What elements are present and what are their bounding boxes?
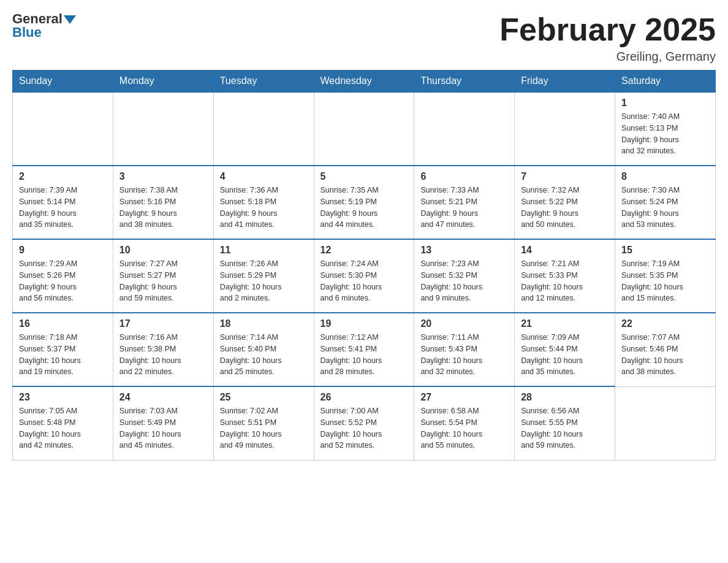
logo-triangle-icon: [64, 15, 76, 24]
header-sunday: Sunday: [13, 71, 113, 93]
day-number: 4: [220, 171, 308, 182]
day-info: Sunrise: 7:05 AM Sunset: 5:48 PM Dayligh…: [19, 405, 107, 451]
day-info: Sunrise: 6:56 AM Sunset: 5:55 PM Dayligh…: [521, 405, 609, 451]
header-tuesday: Tuesday: [213, 71, 314, 93]
day-info: Sunrise: 7:40 AM Sunset: 5:13 PM Dayligh…: [621, 111, 709, 157]
table-row: [414, 92, 515, 166]
table-row: [615, 386, 716, 460]
day-number: 28: [521, 392, 609, 403]
day-number: 25: [220, 392, 308, 403]
weekday-header-row: Sunday Monday Tuesday Wednesday Thursday…: [13, 71, 716, 93]
day-info: Sunrise: 7:14 AM Sunset: 5:40 PM Dayligh…: [220, 332, 308, 378]
day-info: Sunrise: 7:32 AM Sunset: 5:22 PM Dayligh…: [521, 185, 609, 231]
table-row: 6Sunrise: 7:33 AM Sunset: 5:21 PM Daylig…: [414, 166, 515, 239]
day-number: 1: [621, 98, 709, 109]
location: Greiling, Germany: [499, 50, 716, 64]
day-info: Sunrise: 7:16 AM Sunset: 5:38 PM Dayligh…: [119, 332, 207, 378]
table-row: [113, 92, 213, 166]
table-row: 14Sunrise: 7:21 AM Sunset: 5:33 PM Dayli…: [515, 239, 615, 313]
day-number: 18: [220, 318, 308, 329]
table-row: 26Sunrise: 7:00 AM Sunset: 5:52 PM Dayli…: [314, 386, 414, 460]
day-number: 6: [420, 171, 508, 182]
day-number: 2: [19, 171, 107, 182]
table-row: 7Sunrise: 7:32 AM Sunset: 5:22 PM Daylig…: [515, 166, 615, 239]
day-number: 22: [621, 318, 709, 329]
header-saturday: Saturday: [615, 71, 716, 93]
page-header: General Blue February 2025 Greiling, Ger…: [12, 12, 716, 64]
table-row: 15Sunrise: 7:19 AM Sunset: 5:35 PM Dayli…: [615, 239, 716, 313]
table-row: 8Sunrise: 7:30 AM Sunset: 5:24 PM Daylig…: [615, 166, 716, 239]
logo: General Blue: [12, 12, 76, 40]
logo-blue: Blue: [12, 25, 42, 40]
table-row: 24Sunrise: 7:03 AM Sunset: 5:49 PM Dayli…: [113, 386, 213, 460]
month-title: February 2025: [499, 12, 716, 47]
day-info: Sunrise: 7:18 AM Sunset: 5:37 PM Dayligh…: [19, 332, 107, 378]
day-number: 26: [320, 392, 408, 403]
table-row: 18Sunrise: 7:14 AM Sunset: 5:40 PM Dayli…: [213, 313, 314, 386]
day-number: 27: [420, 392, 508, 403]
day-info: Sunrise: 7:35 AM Sunset: 5:19 PM Dayligh…: [320, 185, 408, 231]
table-row: 3Sunrise: 7:38 AM Sunset: 5:16 PM Daylig…: [113, 166, 213, 239]
table-row: 23Sunrise: 7:05 AM Sunset: 5:48 PM Dayli…: [13, 386, 113, 460]
table-row: 11Sunrise: 7:26 AM Sunset: 5:29 PM Dayli…: [213, 239, 314, 313]
day-number: 8: [621, 171, 709, 182]
table-row: [314, 92, 414, 166]
day-number: 10: [119, 245, 207, 256]
table-row: 27Sunrise: 6:58 AM Sunset: 5:54 PM Dayli…: [414, 386, 515, 460]
table-row: 13Sunrise: 7:23 AM Sunset: 5:32 PM Dayli…: [414, 239, 515, 313]
day-info: Sunrise: 7:26 AM Sunset: 5:29 PM Dayligh…: [220, 258, 308, 304]
header-wednesday: Wednesday: [314, 71, 414, 93]
calendar-table: Sunday Monday Tuesday Wednesday Thursday…: [12, 70, 716, 461]
table-row: 21Sunrise: 7:09 AM Sunset: 5:44 PM Dayli…: [515, 313, 615, 386]
table-row: 5Sunrise: 7:35 AM Sunset: 5:19 PM Daylig…: [314, 166, 414, 239]
day-info: Sunrise: 7:23 AM Sunset: 5:32 PM Dayligh…: [420, 258, 508, 304]
header-monday: Monday: [113, 71, 213, 93]
day-info: Sunrise: 7:36 AM Sunset: 5:18 PM Dayligh…: [220, 185, 308, 231]
table-row: 1Sunrise: 7:40 AM Sunset: 5:13 PM Daylig…: [615, 92, 716, 166]
day-info: Sunrise: 7:30 AM Sunset: 5:24 PM Dayligh…: [621, 185, 709, 231]
table-row: 9Sunrise: 7:29 AM Sunset: 5:26 PM Daylig…: [13, 239, 113, 313]
day-info: Sunrise: 7:33 AM Sunset: 5:21 PM Dayligh…: [420, 185, 508, 231]
day-info: Sunrise: 6:58 AM Sunset: 5:54 PM Dayligh…: [420, 405, 508, 451]
day-number: 15: [621, 245, 709, 256]
day-number: 12: [320, 245, 408, 256]
day-number: 16: [19, 318, 107, 329]
table-row: 19Sunrise: 7:12 AM Sunset: 5:41 PM Dayli…: [314, 313, 414, 386]
table-row: [213, 92, 314, 166]
table-row: 16Sunrise: 7:18 AM Sunset: 5:37 PM Dayli…: [13, 313, 113, 386]
day-number: 5: [320, 171, 408, 182]
table-row: 22Sunrise: 7:07 AM Sunset: 5:46 PM Dayli…: [615, 313, 716, 386]
day-number: 17: [119, 318, 207, 329]
table-row: 20Sunrise: 7:11 AM Sunset: 5:43 PM Dayli…: [414, 313, 515, 386]
table-row: [13, 92, 113, 166]
table-row: 4Sunrise: 7:36 AM Sunset: 5:18 PM Daylig…: [213, 166, 314, 239]
day-number: 3: [119, 171, 207, 182]
day-info: Sunrise: 7:03 AM Sunset: 5:49 PM Dayligh…: [119, 405, 207, 451]
day-number: 20: [420, 318, 508, 329]
day-info: Sunrise: 7:19 AM Sunset: 5:35 PM Dayligh…: [621, 258, 709, 304]
day-number: 21: [521, 318, 609, 329]
table-row: 17Sunrise: 7:16 AM Sunset: 5:38 PM Dayli…: [113, 313, 213, 386]
logo-general: General: [12, 12, 76, 26]
day-number: 7: [521, 171, 609, 182]
day-info: Sunrise: 7:27 AM Sunset: 5:27 PM Dayligh…: [119, 258, 207, 304]
calendar-week-2: 2Sunrise: 7:39 AM Sunset: 5:14 PM Daylig…: [13, 166, 716, 239]
table-row: [515, 92, 615, 166]
header-thursday: Thursday: [414, 71, 515, 93]
day-info: Sunrise: 7:12 AM Sunset: 5:41 PM Dayligh…: [320, 332, 408, 378]
day-number: 19: [320, 318, 408, 329]
day-info: Sunrise: 7:38 AM Sunset: 5:16 PM Dayligh…: [119, 185, 207, 231]
table-row: 10Sunrise: 7:27 AM Sunset: 5:27 PM Dayli…: [113, 239, 213, 313]
day-number: 9: [19, 245, 107, 256]
day-info: Sunrise: 7:07 AM Sunset: 5:46 PM Dayligh…: [621, 332, 709, 378]
calendar-week-5: 23Sunrise: 7:05 AM Sunset: 5:48 PM Dayli…: [13, 386, 716, 460]
table-row: 12Sunrise: 7:24 AM Sunset: 5:30 PM Dayli…: [314, 239, 414, 313]
title-section: February 2025 Greiling, Germany: [499, 12, 716, 64]
day-number: 23: [19, 392, 107, 403]
day-info: Sunrise: 7:02 AM Sunset: 5:51 PM Dayligh…: [220, 405, 308, 451]
calendar-week-3: 9Sunrise: 7:29 AM Sunset: 5:26 PM Daylig…: [13, 239, 716, 313]
table-row: 25Sunrise: 7:02 AM Sunset: 5:51 PM Dayli…: [213, 386, 314, 460]
day-number: 14: [521, 245, 609, 256]
table-row: 2Sunrise: 7:39 AM Sunset: 5:14 PM Daylig…: [13, 166, 113, 239]
day-info: Sunrise: 7:39 AM Sunset: 5:14 PM Dayligh…: [19, 185, 107, 231]
